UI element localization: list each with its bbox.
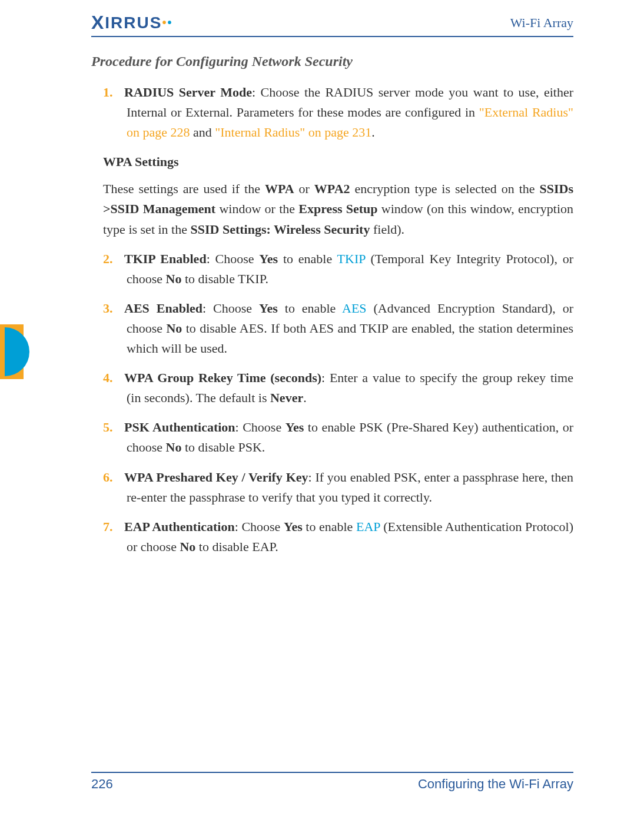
step-label: TKIP Enabled bbox=[124, 251, 207, 266]
link-internal-radius[interactable]: "Internal Radius" on page 231 bbox=[215, 125, 371, 140]
step-label: AES Enabled bbox=[124, 301, 203, 316]
page-header: XIRRUS•• Wi-Fi Array bbox=[91, 12, 573, 37]
step-5: 5.PSK Authentication: Choose Yes to enab… bbox=[127, 417, 573, 457]
step-4: 4.WPA Group Rekey Time (seconds): Enter … bbox=[127, 368, 573, 408]
wpa-settings-heading: WPA Settings bbox=[103, 152, 573, 172]
link-aes[interactable]: AES bbox=[342, 301, 367, 316]
body-content: 1.RADIUS Server Mode: Choose the RADIUS … bbox=[91, 82, 573, 557]
step-1: 1.RADIUS Server Mode: Choose the RADIUS … bbox=[127, 82, 573, 142]
step-2: 2.TKIP Enabled: Choose Yes to enable TKI… bbox=[127, 249, 573, 289]
step-number: 4. bbox=[103, 368, 124, 388]
step-number: 5. bbox=[103, 417, 124, 437]
step-number: 6. bbox=[103, 467, 124, 487]
step-number: 2. bbox=[103, 249, 124, 269]
page-number: 226 bbox=[91, 777, 113, 792]
step-7: 7.EAP Authentication: Choose Yes to enab… bbox=[127, 517, 573, 557]
step-3: 3.AES Enabled: Choose Yes to enable AES … bbox=[127, 298, 573, 359]
step-label: RADIUS Server Mode bbox=[124, 85, 252, 99]
section-title: Procedure for Configuring Network Securi… bbox=[91, 54, 573, 69]
step-label: WPA Group Rekey Time (seconds) bbox=[124, 370, 321, 385]
link-tkip[interactable]: TKIP bbox=[337, 251, 366, 266]
step-6: 6.WPA Preshared Key / Verify Key: If you… bbox=[127, 467, 573, 507]
step-label: WPA Preshared Key / Verify Key bbox=[124, 470, 308, 485]
brand-logo: XIRRUS•• bbox=[91, 12, 173, 34]
doc-title: Wi-Fi Array bbox=[510, 15, 573, 31]
chapter-title: Configuring the Wi-Fi Array bbox=[418, 777, 573, 792]
step-label: EAP Authentication bbox=[124, 519, 235, 534]
step-number: 1. bbox=[103, 82, 124, 102]
step-number: 3. bbox=[103, 298, 124, 318]
link-eap[interactable]: EAP bbox=[356, 519, 380, 534]
step-number: 7. bbox=[103, 517, 124, 537]
step-label: PSK Authentication bbox=[124, 420, 235, 434]
wpa-intro: These settings are used if the WPA or WP… bbox=[103, 179, 573, 239]
page-footer: 226 Configuring the Wi-Fi Array bbox=[91, 772, 573, 792]
